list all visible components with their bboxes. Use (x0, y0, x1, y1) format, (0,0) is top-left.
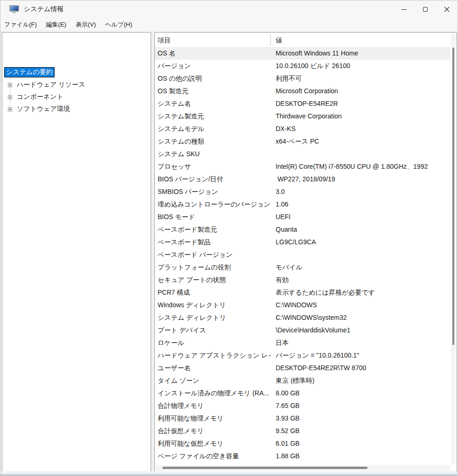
table-row[interactable]: Windows ディレクトリC:\WINDOWS (155, 299, 450, 311)
row-value (271, 248, 450, 261)
maximize-button[interactable] (415, 0, 436, 18)
table-row[interactable]: 合計仮想メモリ9.52 GB (155, 425, 450, 437)
table-body: OS 名Microsoft Windows 11 Homeバージョン10.0.2… (155, 47, 450, 462)
menu-item[interactable]: ヘルプ(H) (101, 19, 137, 31)
list-header: 項目 値 (155, 33, 457, 47)
row-value: WP227, 2018/09/19 (271, 173, 450, 186)
menu-item[interactable]: 表示(V) (71, 19, 100, 31)
row-value: 7.65 GB (271, 400, 450, 412)
table-row[interactable]: システムモデルDX-KS (155, 123, 450, 135)
row-value: 1.06 (271, 198, 450, 211)
table-row[interactable]: OS の他の説明利用不可 (155, 72, 450, 85)
tree-item-system-summary[interactable]: システムの要約 (2, 67, 54, 77)
row-value (271, 148, 450, 160)
expand-plus-icon[interactable] (8, 107, 12, 111)
row-value: Thirdwave Corporation (271, 110, 450, 123)
row-value: 日本 (271, 337, 450, 349)
horizontal-scrollbar[interactable] (156, 465, 450, 471)
row-item-label: Windows ディレクトリ (155, 299, 271, 311)
table-row[interactable]: プラットフォームの役割モバイル (155, 261, 450, 274)
details-list-panel: 項目 値 OS 名Microsoft Windows 11 Homeバージョン1… (154, 32, 457, 472)
tree-item-label: ソフトウェア環境 (15, 104, 71, 114)
tree-item-software-environment[interactable]: ソフトウェア環境 (2, 104, 71, 114)
table-row[interactable]: インストール済みの物理メモリ (RA...8.00 GB (155, 387, 450, 400)
table-row[interactable]: ベースボード製造元Quanta (155, 223, 450, 236)
table-row[interactable]: プロセッサIntel(R) Core(TM) i7-8550U CPU @ 1.… (155, 160, 450, 173)
row-item-label: PCR7 構成 (155, 286, 271, 299)
titlebar: システム情報 (0, 0, 458, 18)
table-row[interactable]: バージョン10.0.26100 ビルド 26100 (155, 60, 450, 72)
table-row[interactable]: 埋め込みコントローラーのバージョン1.06 (155, 198, 450, 211)
row-item-label: OS 名 (155, 47, 271, 60)
table-row[interactable]: ロケール日本 (155, 337, 450, 349)
menubar: ファイル(F)編集(E)表示(V)ヘルプ(H) (0, 18, 458, 31)
row-value: 3.93 GB (271, 412, 450, 425)
row-value: Microsoft Corporation (271, 85, 450, 97)
table-row[interactable]: PCR7 構成表示するためには昇格が必要です (155, 286, 450, 299)
menu-item[interactable]: ファイル(F) (0, 19, 42, 31)
table-row[interactable]: 利用可能な仮想メモリ6.01 GB (155, 437, 450, 450)
table-row[interactable]: SMBIOS バージョン3.0 (155, 186, 450, 198)
table-row[interactable]: システム名DESKTOP-E54RE2R (155, 97, 450, 110)
table-row[interactable]: OS 名Microsoft Windows 11 Home (155, 47, 450, 60)
tree-item-components[interactable]: コンポーネント (2, 92, 65, 102)
row-item-label: ユーザー名 (155, 362, 271, 374)
row-value: 利用不可 (271, 72, 450, 85)
row-value: 10.0.26100 ビルド 26100 (271, 60, 450, 72)
expand-plus-icon[interactable] (8, 95, 12, 99)
table-row[interactable]: タイム ゾーン東京 (標準時) (155, 374, 450, 387)
row-value: C:\WINDOWS (271, 299, 450, 311)
row-item-label: ベースボード製品 (155, 236, 271, 248)
table-row[interactable]: システムの種類x64-ベース PC (155, 135, 450, 148)
row-value: 6.01 GB (271, 437, 450, 450)
row-value: DESKTOP-E54RE2R (271, 97, 450, 110)
row-item-label: プロセッサ (155, 160, 271, 173)
table-row[interactable]: ハードウェア アブストラクション レイ...バージョン = "10.0.2610… (155, 349, 450, 362)
row-value: x64-ベース PC (271, 135, 450, 148)
row-value: DESKTOP-E54RE2R\TW 8700 (271, 362, 450, 374)
row-value: UEFI (271, 211, 450, 223)
tree-item-label: システムの要約 (5, 68, 54, 77)
caption-buttons (393, 0, 458, 18)
table-row[interactable]: ユーザー名DESKTOP-E54RE2R\TW 8700 (155, 362, 450, 374)
minimize-icon (402, 9, 407, 10)
row-item-label: BIOS バージョン/日付 (155, 173, 271, 186)
window-bottom-edge (0, 471, 458, 476)
row-item-label: 利用可能な物理メモリ (155, 412, 271, 425)
table-row[interactable]: ベースボード製品LG9C/LG9CA (155, 236, 450, 248)
tree-item-hardware-resources[interactable]: ハードウェア リソース (2, 80, 87, 90)
row-value: LG9C/LG9CA (271, 236, 450, 248)
table-row[interactable]: システム製造元Thirdwave Corporation (155, 110, 450, 123)
row-item-label: SMBIOS バージョン (155, 186, 271, 198)
table-row[interactable]: ベースボード バージョン (155, 248, 450, 261)
table-row[interactable]: OS 製造元Microsoft Corporation (155, 85, 450, 97)
row-item-label: ページ ファイルの空き容量 (155, 450, 271, 462)
table-row[interactable]: セキュア ブートの状態有効 (155, 274, 450, 286)
column-header-value[interactable]: 値 (271, 34, 457, 46)
vertical-scrollbar[interactable] (451, 34, 456, 464)
horizontal-scrollbar-thumb[interactable] (162, 467, 368, 469)
row-item-label: システム ディレクトリ (155, 311, 271, 324)
column-header-item[interactable]: 項目 (155, 34, 271, 46)
row-value: Microsoft Windows 11 Home (271, 47, 450, 60)
minimize-button[interactable] (393, 0, 415, 18)
row-item-label: セキュア ブートの状態 (155, 274, 271, 286)
close-button[interactable] (436, 0, 458, 18)
vertical-scrollbar-thumb[interactable] (452, 48, 454, 345)
table-row[interactable]: BIOS モードUEFI (155, 211, 450, 223)
table-row[interactable]: BIOS バージョン/日付 WP227, 2018/09/19 (155, 173, 450, 186)
row-item-label: ブート デバイス (155, 324, 271, 337)
row-value: 有効 (271, 274, 450, 286)
table-row[interactable]: システム SKU (155, 148, 450, 160)
row-item-label: OS 製造元 (155, 85, 271, 97)
row-item-label: システムモデル (155, 123, 271, 135)
tree-item-label: ハードウェア リソース (15, 80, 87, 90)
menu-item[interactable]: 編集(E) (42, 19, 71, 31)
window-title: システム情報 (24, 5, 63, 14)
expand-plus-icon[interactable] (8, 83, 12, 87)
table-row[interactable]: システム ディレクトリC:\WINDOWS\system32 (155, 311, 450, 324)
table-row[interactable]: ページ ファイルの空き容量1.88 GB (155, 450, 450, 462)
table-row[interactable]: 合計物理メモリ7.65 GB (155, 400, 450, 412)
table-row[interactable]: 利用可能な物理メモリ3.93 GB (155, 412, 450, 425)
table-row[interactable]: ブート デバイス\Device\HarddiskVolume1 (155, 324, 450, 337)
